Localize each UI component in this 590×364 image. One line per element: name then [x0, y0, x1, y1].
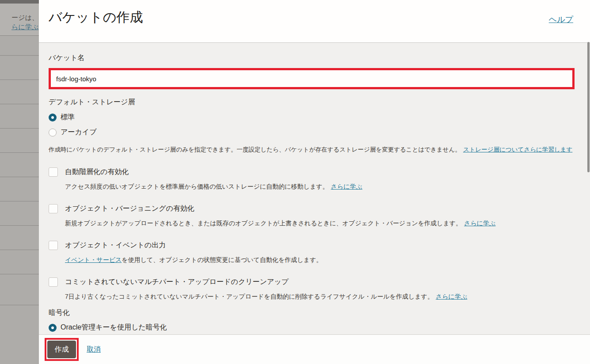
description-text: 新規オブジェクトがアップロードされるとき、または既存のオブジェクトが上書きされる… [65, 220, 462, 227]
encryption-label: 暗号化 [49, 308, 575, 318]
multipart-cleanup-description: 7日より古くなったコミットされていないマルチパート・アップロードを自動的に削除す… [65, 292, 575, 301]
dimmed-table-row [0, 274, 39, 298]
storage-tier-option-standard[interactable]: 標準 [49, 113, 75, 122]
dimmed-background: ージは、 らに学ぶ [0, 0, 39, 364]
encryption-option-oracle-managed[interactable]: Oracle管理キーを使用した暗号化 [49, 323, 167, 332]
help-link[interactable]: ヘルプ [549, 14, 573, 25]
bucket-name-label: バケット名 [49, 53, 575, 63]
description-text: アクセス頻度の低いオブジェクトを標準層から価格の低いストレージに自動的に移動しま… [65, 183, 329, 190]
checkbox-label: オブジェクト・バージョニングの有効化 [65, 204, 194, 213]
checkbox-unchecked-icon[interactable] [49, 241, 58, 250]
storage-tier-learn-more-link[interactable]: ストレージ層についてさらに学習します [463, 146, 572, 153]
cancel-link[interactable]: 取消 [87, 345, 101, 354]
auto-tiering-checkbox-row[interactable]: 自動階層化の有効化 [49, 167, 129, 177]
object-versioning-description: 新規オブジェクトがアップロードされるとき、または既存のオブジェクトが上書きされる… [65, 219, 575, 228]
dimmed-table [0, 35, 39, 305]
dimmed-table-row [0, 225, 39, 250]
multipart-cleanup-group: コミットされていないマルチパート・アップロードのクリーンアップ 7日より古くなっ… [49, 277, 575, 301]
auto-tiering-group: 自動階層化の有効化 アクセス頻度の低いオブジェクトを標準層から価格の低いストレー… [49, 167, 575, 191]
panel-body: バケット名 デフォルト・ストレージ層 標準 アーカイブ 作成時にバケットのデフォ… [39, 43, 590, 334]
radio-selected-icon[interactable] [49, 324, 57, 332]
background-partial-text: ージは、 [11, 14, 38, 22]
create-button[interactable]: 作成 [47, 341, 76, 358]
description-text: 7日より古くなったコミットされていないマルチパート・アップロードを自動的に削除す… [65, 293, 434, 300]
radio-label: 標準 [61, 113, 75, 122]
radio-selected-icon[interactable] [49, 114, 57, 121]
storage-tier-description-text: 作成時にバケットのデフォルト・ストレージ層のみを指定できます。一度設定したら、バ… [49, 146, 461, 153]
dimmed-table-row [0, 250, 39, 274]
checkbox-label: オブジェクト・イベントの出力 [65, 241, 166, 250]
dimmed-table-row [0, 104, 39, 128]
checkbox-unchecked-icon[interactable] [49, 204, 58, 213]
learn-more-link[interactable]: さらに学ぶ [436, 293, 467, 300]
description-text: を使用して、オブジェクトの状態変更に基づいて自動化を作成します。 [122, 256, 322, 263]
radio-label: アーカイブ [61, 128, 97, 137]
dimmed-page-banner [0, 0, 39, 4]
create-button-annotation-box: 作成 [45, 338, 79, 361]
checkbox-unchecked-icon[interactable] [49, 277, 58, 287]
storage-tier-description: 作成時にバケットのデフォルト・ストレージ層のみを指定できます。一度設定したら、バ… [49, 145, 575, 154]
radio-label: Oracle管理キーを使用した暗号化 [61, 323, 167, 332]
dimmed-table-row [0, 201, 39, 225]
dimmed-table-row [0, 177, 39, 201]
learn-more-link[interactable]: さらに学ぶ [464, 220, 495, 227]
dimmed-table-footer [0, 305, 39, 364]
object-events-description: イベント・サービスを使用して、オブジェクトの状態変更に基づいて自動化を作成します… [65, 255, 575, 264]
checkbox-label: 自動階層化の有効化 [65, 167, 129, 177]
dimmed-table-row [0, 152, 39, 177]
dimmed-table-row [0, 55, 39, 80]
panel-footer: 作成 取消 [39, 334, 590, 364]
object-versioning-checkbox-row[interactable]: オブジェクト・バージョニングの有効化 [49, 204, 194, 213]
object-versioning-group: オブジェクト・バージョニングの有効化 新規オブジェクトがアップロードされるとき、… [49, 204, 575, 228]
object-events-checkbox-row[interactable]: オブジェクト・イベントの出力 [49, 241, 166, 250]
multipart-cleanup-checkbox-row[interactable]: コミットされていないマルチパート・アップロードのクリーンアップ [49, 277, 289, 287]
vertical-scrollbar-thumb[interactable] [587, 42, 590, 172]
radio-unselected-icon[interactable] [49, 129, 57, 136]
storage-tier-label: デフォルト・ストレージ層 [49, 98, 575, 107]
panel-header: バケットの作成 ヘルプ [39, 0, 590, 43]
create-bucket-panel: バケットの作成 ヘルプ バケット名 デフォルト・ストレージ層 標準 アーカイブ … [39, 0, 590, 364]
checkbox-label: コミットされていないマルチパート・アップロードのクリーンアップ [65, 277, 289, 287]
events-service-link[interactable]: イベント・サービス [65, 256, 122, 263]
dimmed-table-row [0, 35, 39, 55]
learn-more-link[interactable]: さらに学ぶ [331, 183, 362, 190]
bucket-name-annotation-box [49, 68, 575, 89]
background-partial-learn-link: らに学ぶ [11, 23, 38, 31]
object-events-group: オブジェクト・イベントの出力 イベント・サービスを使用して、オブジェクトの状態変… [49, 241, 575, 264]
storage-tier-option-archive[interactable]: アーカイブ [49, 128, 97, 137]
dimmed-table-row [0, 128, 39, 152]
page-title: バケットの作成 [49, 8, 143, 27]
bucket-name-input[interactable] [51, 75, 572, 83]
checkbox-unchecked-icon[interactable] [49, 167, 58, 177]
dimmed-table-row [0, 80, 39, 104]
auto-tiering-description: アクセス頻度の低いオブジェクトを標準層から価格の低いストレージに自動的に移動しま… [65, 182, 575, 191]
